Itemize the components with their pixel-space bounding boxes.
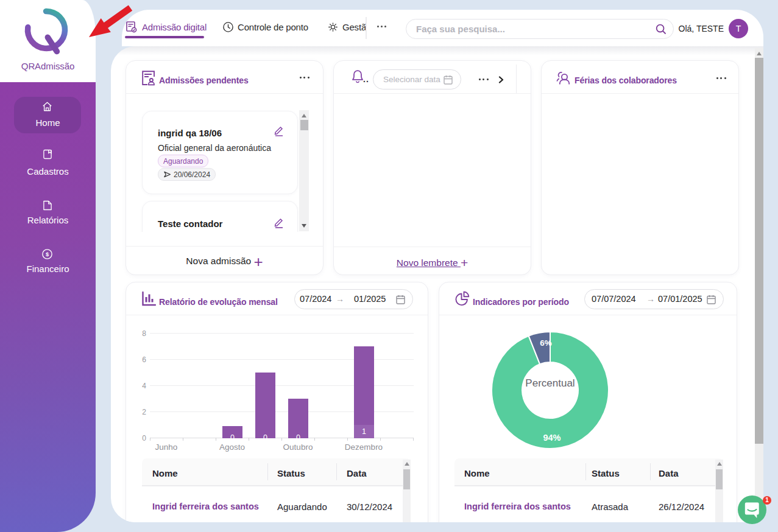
svg-text:94%: 94% [543,433,561,443]
svg-text:6%: 6% [540,338,552,348]
svg-text:Percentual: Percentual [525,377,575,389]
svg-text:$: $ [46,251,49,257]
